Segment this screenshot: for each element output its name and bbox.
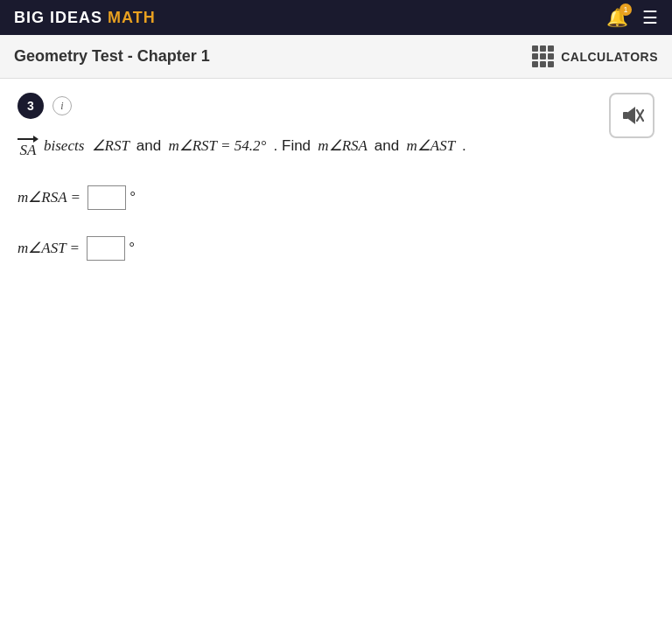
notification-badge: 1 (620, 3, 632, 16)
svg-rect-0 (623, 112, 628, 119)
speaker-icon (620, 103, 644, 128)
question-header: 3 i (18, 93, 654, 119)
sub-header: Geometry Test - Chapter 1 CALCULATORS (0, 35, 672, 79)
nav-icons: 🔔 1 ☰ (606, 7, 658, 28)
question-number: 3 (18, 93, 44, 119)
question-area: 3 i SA (0, 79, 672, 301)
problem-statement: SA bisects ∠RST and m∠RST = 54.2° . Find… (18, 133, 612, 160)
answer-ast-line: m∠AST = ° (18, 235, 612, 262)
answer-rsa-line: m∠RSA = ° (18, 185, 612, 212)
top-nav-bar: BIG IDEAS MATH 🔔 1 ☰ (0, 0, 672, 35)
calculators-label: CALCULATORS (561, 50, 658, 64)
menu-button[interactable]: ☰ (642, 7, 658, 28)
page-title: Geometry Test - Chapter 1 (14, 47, 210, 66)
answer-rsa-input[interactable] (88, 185, 126, 210)
ray-sa: SA (18, 136, 38, 157)
info-button[interactable]: i (52, 96, 72, 115)
title-big-ideas: BIG IDEAS (14, 9, 108, 26)
calculator-icon (532, 45, 554, 67)
title-math: MATH (108, 9, 156, 26)
math-content: SA bisects ∠RST and m∠RST = 54.2° . Find… (18, 133, 612, 262)
answer-ast-input[interactable] (87, 236, 125, 261)
notifications-button[interactable]: 🔔 1 (606, 7, 628, 28)
svg-marker-1 (628, 107, 635, 124)
audio-button[interactable] (609, 93, 654, 138)
calculators-button[interactable]: CALCULATORS (532, 45, 658, 67)
app-title: BIG IDEAS MATH (14, 9, 156, 27)
